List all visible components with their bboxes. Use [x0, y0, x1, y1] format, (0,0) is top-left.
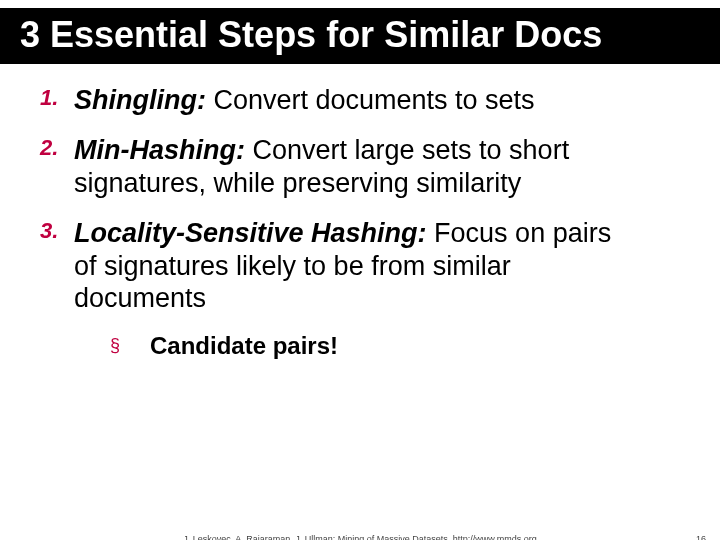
list-item: 1. Shingling: Convert documents to sets	[40, 84, 680, 116]
sub-item-text: Candidate pairs!	[150, 332, 338, 360]
item-number: 1.	[40, 84, 74, 112]
sub-item: § Candidate pairs!	[110, 332, 680, 360]
slide-body: 1. Shingling: Convert documents to sets …	[0, 64, 720, 360]
item-number: 3.	[40, 217, 74, 245]
list-item: 2. Min-Hashing: Convert large sets to sh…	[40, 134, 680, 199]
item-text: Locality-Sensitive Hashing: Focus on pai…	[74, 217, 634, 314]
item-number: 2.	[40, 134, 74, 162]
slide-title: 3 Essential Steps for Similar Docs	[0, 8, 720, 64]
page-number: 16	[696, 534, 706, 540]
bullet-icon: §	[110, 332, 150, 359]
item-text: Shingling: Convert documents to sets	[74, 84, 535, 116]
item-text: Min-Hashing: Convert large sets to short…	[74, 134, 634, 199]
footer-credit: J. Leskovec, A. Rajaraman, J. Ullman: Mi…	[183, 534, 537, 540]
list-item: 3. Locality-Sensitive Hashing: Focus on …	[40, 217, 680, 314]
